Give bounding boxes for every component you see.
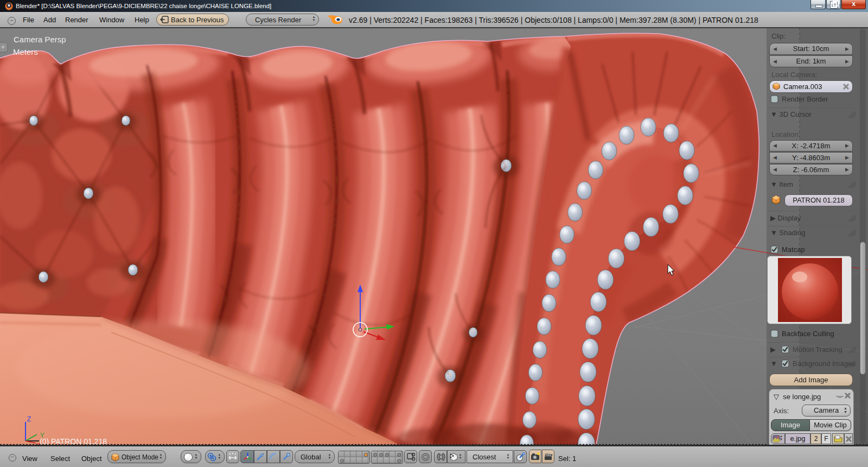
svg-text:Camera Persp: Camera Persp <box>14 35 66 44</box>
svg-text:Meters: Meters <box>13 47 38 56</box>
svg-text:+: + <box>1 43 5 51</box>
svg-text:Z: Z <box>27 415 31 423</box>
svg-text:(0) PATRON 01.218: (0) PATRON 01.218 <box>40 437 107 445</box>
